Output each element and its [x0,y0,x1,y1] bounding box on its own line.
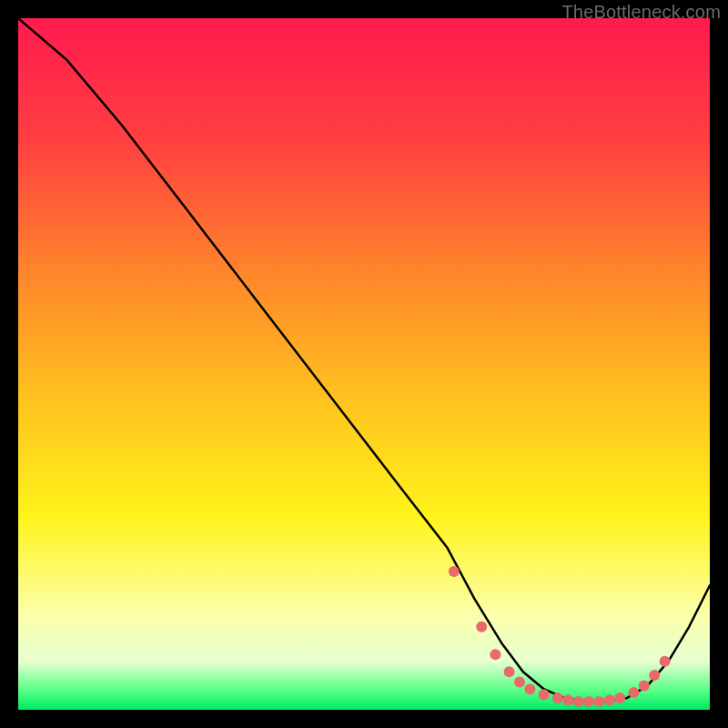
marker-dot [649,670,660,681]
marker-dot [593,696,604,707]
marker-dot [490,649,500,660]
gradient-background [18,18,710,710]
marker-dot [660,656,671,667]
marker-dot [614,693,625,703]
marker-dot [504,666,515,677]
marker-dot [476,622,487,632]
plot-area [18,18,710,710]
marker-dot [449,566,460,577]
marker-dot [562,694,573,705]
marker-dot [573,696,584,707]
marker-dot [604,694,615,705]
marker-dot [583,696,594,707]
marker-dot [639,680,650,691]
marker-dot [628,687,639,698]
marker-dot [524,683,535,694]
chart-stage: TheBottleneck.com [0,0,728,728]
marker-dot [539,689,550,700]
marker-dot [514,677,525,688]
marker-dot [552,693,563,703]
chart-svg [18,18,710,710]
